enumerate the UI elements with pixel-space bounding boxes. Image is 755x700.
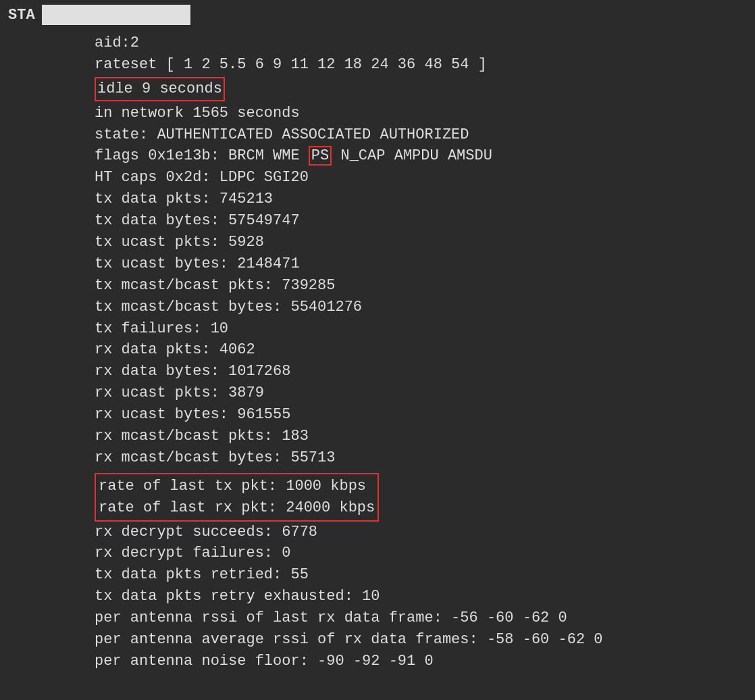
line-tx-data-pkts: tx data pkts: 745213 bbox=[95, 189, 755, 210]
line-rateset: rateset [ 1 2 5.5 6 9 11 12 18 24 36 48 … bbox=[95, 54, 755, 76]
line-rx-decrypt-succ: rx decrypt succeeds: 6778 bbox=[95, 522, 755, 543]
content-area: aid:2 rateset [ 1 2 5.5 6 9 11 12 18 24 … bbox=[0, 30, 755, 675]
line-rx-data-bytes: rx data bytes: 1017268 bbox=[95, 361, 755, 382]
line-state: state: AUTHENTICATED ASSOCIATED AUTHORIZ… bbox=[95, 124, 755, 146]
line-per-ant-rssi: per antenna rssi of last rx data frame: … bbox=[95, 607, 755, 629]
line-per-ant-avg-rssi: per antenna average rssi of rx data fram… bbox=[95, 629, 755, 651]
line-flags: flags 0x1e13b: BRCM WME PS N_CAP AMPDU A… bbox=[95, 145, 755, 167]
line-tx-data-bytes: tx data bytes: 57549747 bbox=[95, 210, 755, 232]
ps-highlight: PS bbox=[309, 146, 332, 166]
line-ht-caps: HT caps 0x2d: LDPC SGI20 bbox=[95, 167, 755, 189]
line-rx-decrypt-fail: rx decrypt failures: 0 bbox=[95, 543, 755, 564]
line-tx-mcast-bytes: tx mcast/bcast bytes: 55401276 bbox=[95, 297, 755, 318]
flags-suffix bbox=[332, 147, 340, 164]
line-tx-failures: tx failures: 10 bbox=[95, 318, 755, 340]
sta-label: STA bbox=[8, 7, 35, 24]
line-idle: idle 9 seconds bbox=[95, 77, 755, 101]
line-in-network: in network 1565 seconds bbox=[95, 103, 755, 124]
sta-input[interactable] bbox=[42, 5, 190, 25]
line-rx-mcast-pkts: rx mcast/bcast pkts: 183 bbox=[95, 426, 755, 447]
line-rx-data-pkts: rx data pkts: 4062 bbox=[95, 339, 755, 361]
line-aid: aid:2 bbox=[95, 32, 755, 54]
line-rx-ucast-pkts: rx ucast pkts: 3879 bbox=[95, 382, 755, 404]
rate-highlight-block: rate of last tx pkt: 1000 kbps rate of l… bbox=[95, 473, 379, 522]
line-rx-ucast-bytes: rx ucast bytes: 961555 bbox=[95, 404, 755, 426]
line-tx-retry-exhausted: tx data pkts retry exhausted: 10 bbox=[95, 586, 755, 607]
line-tx-ucast-pkts: tx ucast pkts: 5928 bbox=[95, 232, 755, 253]
line-per-ant-noise: per antenna noise floor: -90 -92 -91 0 bbox=[95, 651, 755, 672]
line-rate-block: rate of last tx pkt: 1000 kbps rate of l… bbox=[95, 472, 755, 522]
line-tx-retried: tx data pkts retried: 55 bbox=[95, 564, 755, 586]
idle-highlight: idle 9 seconds bbox=[95, 77, 225, 101]
line-tx-ucast-bytes: tx ucast bytes: 2148471 bbox=[95, 253, 755, 275]
header-bar: STA bbox=[0, 0, 755, 30]
line-rx-mcast-bytes: rx mcast/bcast bytes: 55713 bbox=[95, 447, 755, 469]
line-tx-mcast-pkts: tx mcast/bcast pkts: 739285 bbox=[95, 275, 755, 297]
